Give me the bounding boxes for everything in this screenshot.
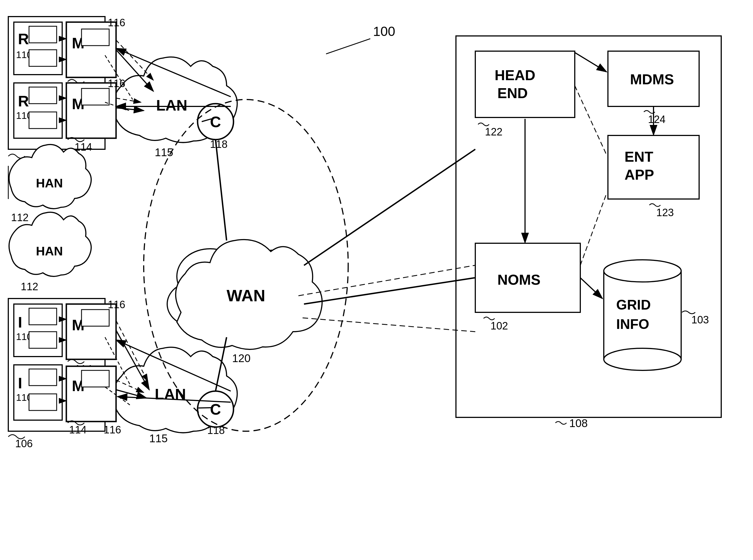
lan-top-ref: 115 [155,146,173,158]
i2-rect1 [29,369,57,385]
head-end-box [475,51,575,118]
r1-rect2 [29,50,57,66]
i2-rect2 [29,394,57,411]
han-bottom-label: HAN [36,244,63,258]
i1-rect2 [29,332,57,348]
grid-info-bottom [604,348,681,371]
ref-103: 103 [691,314,709,326]
ref-123: 123 [656,207,674,218]
noms-label: NOMS [497,272,541,288]
mdms-label: MDMS [630,71,674,87]
lan-bottom-to-c [198,408,211,408]
i1-rect1 [29,308,57,325]
r2-rect2 [29,112,57,128]
c-top-label: C [210,113,221,131]
ref-116-4: 116 [104,424,121,436]
m3-rect [82,309,109,326]
m4-rect [82,371,109,387]
han-top-label: HAN [36,176,63,190]
r2-rect1 [29,87,57,104]
ref-116-1: 116 [108,17,125,28]
ref-122: 122 [485,126,502,138]
wan-ref: 120 [232,352,251,364]
grid-info-label1: GRID [616,297,651,313]
ent-app-label: ENT [625,149,653,165]
ref-100: 100 [373,24,395,39]
ref-114-4: 114 [69,424,86,436]
lan-top-label: LAN [156,97,187,114]
r1-label: R [18,31,29,47]
ref-124: 124 [648,114,666,125]
ref-106: 106 [15,438,33,449]
r2-label: R [18,93,29,110]
c-bottom-label: C [210,401,221,418]
ent-app-label2: APP [625,167,654,183]
grid-info-body [604,271,681,359]
han-top-ref: 112 [11,212,28,223]
i2-label: I [18,375,22,392]
r1-rect1 [29,26,57,43]
ref-116-3: 116 [108,299,125,311]
c-top-ref: 118 [210,139,227,150]
lan-bottom-ref: 115 [149,432,168,444]
i1-label: I [18,314,22,331]
m1-rect [82,29,109,46]
ref-108: 108 [569,417,588,429]
head-end-label: HEAD [495,67,535,83]
head-end-label2: END [497,85,528,101]
ref-102: 102 [490,320,508,332]
grid-info-label2: INFO [616,317,649,332]
network-diagram: 100 108 HEAD END 122 MDMS 124 ENT APP 12… [0,0,753,560]
wan-label: WAN [227,286,265,305]
han-bottom-ref: 112 [21,281,38,293]
grid-info-top [604,260,681,282]
